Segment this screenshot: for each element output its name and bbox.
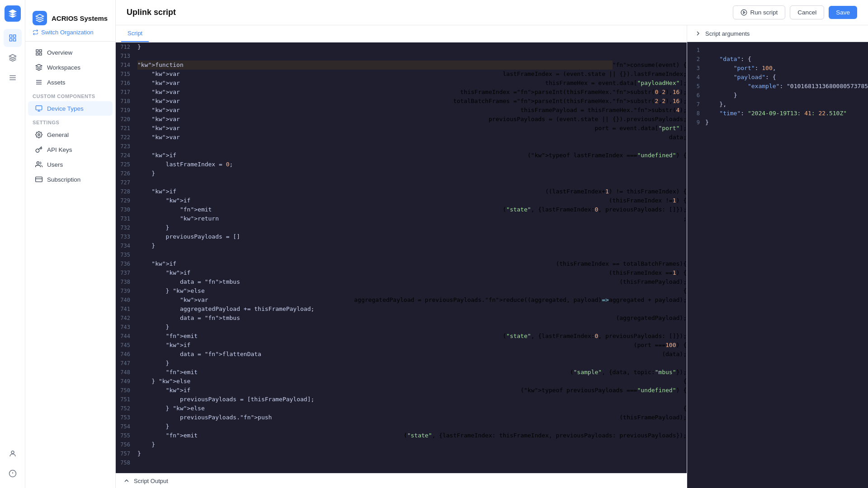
code-line: 714 "kw">function "fn">consume(event) { — [116, 61, 687, 70]
code-line: 715 "kw">var lastFrameIndex = (event.sta… — [116, 70, 687, 79]
line-content — [137, 250, 687, 259]
line-content: previousPayloads = [thisFramePayload]; — [137, 395, 687, 404]
svg-point-22 — [37, 162, 39, 164]
args-line-content: }, — [705, 100, 868, 109]
nav-alert-icon[interactable] — [4, 465, 22, 483]
svg-rect-1 — [13, 35, 15, 37]
nav-assets-icon[interactable] — [4, 69, 22, 87]
cancel-button[interactable]: Cancel — [790, 5, 824, 19]
code-line: 758 — [116, 458, 687, 467]
svg-marker-26 — [744, 11, 745, 14]
code-line: 755 "fn">emit("state", {lastFrameIndex: … — [116, 431, 687, 440]
nav-assets-label: Assets — [47, 79, 66, 86]
line-content: } — [137, 359, 687, 368]
nav-item-subscription[interactable]: Subscription — [28, 172, 113, 187]
nav-item-users[interactable]: Users — [28, 157, 113, 172]
nav-workspaces-icon[interactable] — [4, 49, 22, 67]
line-content: "kw">if — [137, 151, 528, 160]
nav-item-workspaces[interactable]: Workspaces — [28, 60, 113, 75]
code-line: 721 "kw">var port = event.data["port"]; — [116, 124, 687, 133]
brand-name: ACRIOS Systems — [52, 14, 108, 22]
code-line: 732 } — [116, 223, 687, 232]
line-content: previousPayloads."fn">push — [137, 413, 619, 422]
switch-org-button[interactable]: Switch Organization — [33, 29, 108, 36]
script-tab-bar: Script — [116, 25, 687, 42]
line-content: "kw">if — [137, 268, 609, 277]
code-line: 750 "kw">if ("kw">typeof previousPayload… — [116, 386, 687, 395]
code-line: 730 "fn">emit("state", {lastFrameIndex: … — [116, 205, 687, 214]
line-number: 722 — [116, 133, 137, 142]
line-content: } — [137, 169, 687, 178]
line-content: "kw">function — [137, 61, 613, 70]
code-editor[interactable]: 712 } 713 714 "kw">function "fn">consume… — [116, 42, 687, 473]
line-number: 745 — [116, 341, 137, 350]
code-line: 733 previousPayloads = [] — [116, 232, 687, 241]
line-number: 749 — [116, 377, 137, 386]
nav-item-assets[interactable]: Assets — [28, 75, 113, 89]
line-number: 727 — [116, 178, 137, 187]
args-line-content: } — [705, 118, 868, 127]
code-line: 756 } — [116, 440, 687, 449]
line-number: 757 — [116, 449, 137, 458]
nav-workspaces-label: Workspaces — [47, 64, 80, 71]
code-line: 720 "kw">var previousPayloads = (event.s… — [116, 115, 687, 124]
line-number: 719 — [116, 106, 137, 115]
line-content: "kw">var — [137, 88, 460, 97]
args-line-number: 7 — [687, 100, 705, 109]
code-line: 740 "kw">var aggregatedPayload = previou… — [116, 296, 687, 305]
line-number: 747 — [116, 359, 137, 368]
code-line: 716 "kw">var thisFrameHex = event.data["… — [116, 79, 687, 88]
line-content: "kw">if — [137, 187, 545, 196]
code-line: 719 "kw">var thisFramePayload = thisFram… — [116, 106, 687, 115]
line-content: } "kw">else — [137, 404, 683, 413]
save-button[interactable]: Save — [829, 6, 857, 19]
nav-item-api-keys[interactable]: API Keys — [28, 142, 113, 157]
code-line: 751 previousPayloads = [thisFramePayload… — [116, 395, 687, 404]
nav-item-general[interactable]: General — [28, 127, 113, 142]
line-content: } — [137, 42, 687, 52]
settings-section-title: SETTINGS — [25, 116, 115, 127]
line-content: } — [137, 449, 687, 458]
svg-point-21 — [38, 134, 40, 136]
line-number: 740 — [116, 296, 137, 305]
code-line: 729 "kw">if(thisFrameIndex != 1) { — [116, 196, 687, 205]
nav-user-icon[interactable] — [4, 445, 22, 463]
run-script-button[interactable]: Run script — [733, 5, 785, 19]
tab-script[interactable]: Script — [121, 25, 149, 42]
svg-rect-3 — [13, 39, 15, 41]
line-number: 718 — [116, 97, 137, 106]
line-content: "kw">var — [137, 124, 594, 133]
line-number: 717 — [116, 88, 137, 97]
args-line-content: "time": "2024-09-19T13: 41: 22.510Z" — [705, 109, 868, 118]
line-content — [137, 178, 687, 187]
args-line-content: "port": 100, — [705, 64, 868, 73]
top-bar: Uplink script Run script Cancel Save — [116, 0, 868, 25]
nav-item-overview[interactable]: Overview — [28, 45, 113, 60]
line-content: "kw">var — [137, 296, 354, 305]
line-number: 728 — [116, 187, 137, 196]
line-number: 758 — [116, 458, 137, 467]
svg-rect-14 — [36, 53, 38, 55]
line-content: "kw">var — [137, 115, 489, 124]
args-line-content — [705, 46, 868, 55]
nav-general-label: General — [47, 131, 69, 138]
args-line-number: 3 — [687, 64, 705, 73]
args-panel: Script arguments 1 2 "data": { 3 "port":… — [687, 25, 868, 488]
args-title: Script arguments — [705, 30, 750, 37]
script-output-label: Script Output — [134, 478, 168, 484]
svg-point-25 — [741, 9, 747, 15]
code-line: 727 — [116, 178, 687, 187]
args-line: 6 } — [687, 91, 868, 100]
run-script-label: Run script — [750, 9, 778, 16]
line-number: 730 — [116, 205, 137, 214]
line-number: 721 — [116, 124, 137, 133]
nav-overview-label: Overview — [47, 49, 72, 56]
nav-item-device-types[interactable]: Device Types — [28, 101, 113, 116]
line-content — [137, 142, 687, 151]
line-number: 750 — [116, 386, 137, 395]
args-content[interactable]: 1 2 "data": { 3 "port": 100, 4 "payload"… — [687, 42, 868, 488]
script-output-bar[interactable]: Script Output — [116, 473, 687, 488]
nav-home-icon[interactable] — [4, 29, 22, 47]
line-content: "kw">if — [137, 386, 520, 395]
brand-logo — [33, 11, 47, 25]
